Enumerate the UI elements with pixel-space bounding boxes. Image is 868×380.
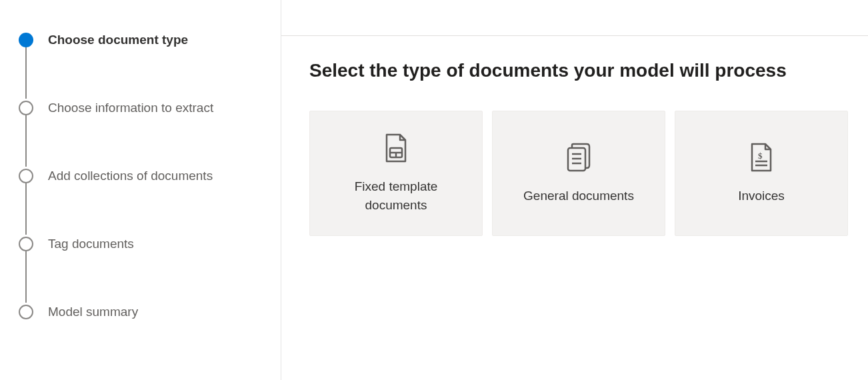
step-tag-documents[interactable]: Tag documents xyxy=(19,236,267,252)
document-type-cards: Fixed template documents General documen… xyxy=(309,111,848,236)
card-label: General documents xyxy=(523,187,634,206)
main-content: Select the type of documents your model … xyxy=(281,36,868,256)
main-panel: Select the type of documents your model … xyxy=(281,0,868,380)
step-indicator-active-icon xyxy=(19,33,33,47)
step-indicator-pending-icon xyxy=(19,237,33,251)
step-label: Choose information to extract xyxy=(48,101,213,115)
step-add-collections[interactable]: Add collections of documents xyxy=(19,168,267,184)
step-label: Choose document type xyxy=(48,33,188,47)
svg-text:$: $ xyxy=(758,151,763,161)
header-divider xyxy=(281,0,868,36)
document-template-icon xyxy=(381,132,411,164)
card-invoices[interactable]: $ Invoices xyxy=(675,111,848,236)
wizard-sidebar: Choose document type Choose information … xyxy=(0,0,281,380)
step-connector xyxy=(25,183,27,235)
step-label: Model summary xyxy=(48,305,138,319)
document-invoice-icon: $ xyxy=(747,141,776,173)
step-choose-information[interactable]: Choose information to extract xyxy=(19,100,267,116)
step-connector xyxy=(25,115,27,167)
step-connector xyxy=(25,47,27,99)
step-indicator-pending-icon xyxy=(19,169,33,183)
card-general-documents[interactable]: General documents xyxy=(492,111,665,236)
page-title: Select the type of documents your model … xyxy=(309,60,848,81)
step-connector xyxy=(25,251,27,303)
step-indicator-pending-icon xyxy=(19,101,33,115)
step-label: Tag documents xyxy=(48,237,134,251)
step-label: Add collections of documents xyxy=(48,169,213,183)
document-general-icon xyxy=(564,141,593,173)
step-choose-document-type[interactable]: Choose document type xyxy=(19,32,267,48)
card-fixed-template[interactable]: Fixed template documents xyxy=(309,111,483,236)
step-list: Choose document type Choose information … xyxy=(19,32,267,320)
step-indicator-pending-icon xyxy=(19,305,33,319)
card-label: Fixed template documents xyxy=(323,177,469,215)
card-label: Invoices xyxy=(738,187,785,206)
step-model-summary[interactable]: Model summary xyxy=(19,304,267,320)
